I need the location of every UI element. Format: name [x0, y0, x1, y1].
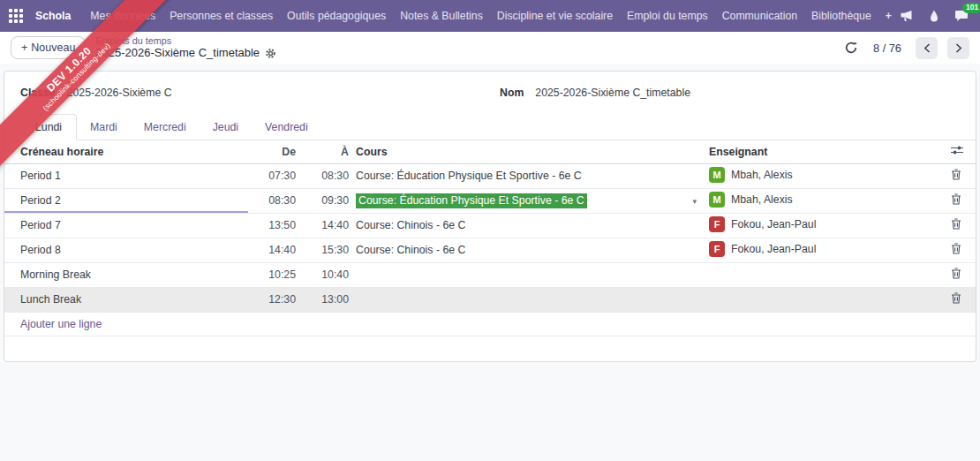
- timeslot-cell[interactable]: Period 1: [4, 163, 248, 188]
- teacher-cell[interactable]: FFokou, Jean-Paul: [702, 213, 931, 238]
- new-button-label: Nouveau: [31, 42, 75, 54]
- tab-mercredi[interactable]: Mercredi: [131, 115, 200, 140]
- timeslot-cell[interactable]: Period 8: [4, 238, 248, 262]
- teacher-cell[interactable]: FFokou, Jean-Paul: [702, 238, 931, 262]
- tab-mardi[interactable]: Mardi: [77, 115, 131, 140]
- teacher-cell[interactable]: MMbah, Alexis: [702, 188, 931, 213]
- droplet-icon[interactable]: [926, 8, 942, 24]
- column-header-teacher[interactable]: Enseignant: [702, 140, 931, 163]
- messages-count-badge: 101: [962, 3, 980, 13]
- menu-more-plus[interactable]: +: [878, 1, 899, 31]
- add-line-row: Ajouter une ligne: [4, 312, 976, 336]
- table-row-period-2[interactable]: Period 2 08:30 09:30 ▾Course: Éducation …: [4, 188, 976, 213]
- timeslot-cell[interactable]: Morning Break: [4, 262, 248, 287]
- dropdown-caret-icon[interactable]: ▾: [692, 197, 697, 206]
- content-area: Classe 2025-2026-Sixième C Nom 2025-2026…: [0, 64, 980, 369]
- from-time-cell[interactable]: 14:40: [248, 238, 296, 262]
- to-time-cell[interactable]: 14:40: [296, 213, 349, 238]
- breadcrumb-parent-link[interactable]: Emplois du temps: [95, 35, 276, 46]
- to-time-cell[interactable]: 15:30: [296, 238, 349, 262]
- teacher-avatar: M: [709, 167, 725, 183]
- menu-emploi-du-temps[interactable]: Emploi du temps: [620, 1, 715, 31]
- table-row-lunch-break[interactable]: Lunch Break 12:30 13:00: [4, 287, 976, 312]
- delete-row-icon[interactable]: [951, 193, 961, 205]
- from-time-cell[interactable]: 08:30: [248, 188, 296, 213]
- classe-field-group: Classe 2025-2026-Sixième C: [20, 87, 500, 99]
- teacher-avatar: F: [709, 216, 725, 232]
- nom-label: Nom: [500, 87, 524, 99]
- teacher-avatar: F: [709, 241, 725, 257]
- course-cell[interactable]: Course: Chinois - 6e C: [349, 213, 702, 238]
- messages-icon[interactable]: 101: [954, 8, 969, 24]
- table-header-row: Créneau horaire De À Cours Enseignant: [4, 140, 976, 163]
- timeslot-cell[interactable]: Period 7: [4, 213, 248, 238]
- to-time-cell[interactable]: 13:00: [296, 287, 349, 312]
- menu-discipline-vie-scolaire[interactable]: Discipline et vie scolaire: [490, 1, 620, 31]
- menu-personnes-et-classes[interactable]: Personnes et classes: [162, 1, 280, 31]
- menu-mes-donnees[interactable]: Mes données: [83, 1, 162, 31]
- nom-field-group: Nom 2025-2026-Sixième C_timetable: [500, 87, 690, 99]
- teacher-cell[interactable]: [702, 262, 931, 287]
- course-cell[interactable]: [349, 287, 702, 312]
- add-line-link[interactable]: Ajouter une ligne: [4, 318, 102, 330]
- table-row-period-1[interactable]: Period 1 07:30 08:30 Course: Éducation P…: [4, 163, 976, 188]
- classe-value-field[interactable]: 2025-2026-Sixième C: [67, 87, 172, 99]
- menu-bibliotheque[interactable]: Bibliothèque: [804, 1, 878, 31]
- column-header-to[interactable]: À: [296, 140, 349, 163]
- plus-icon: +: [21, 42, 27, 54]
- column-header-course[interactable]: Cours: [349, 140, 702, 163]
- delete-row-icon[interactable]: [951, 268, 961, 279]
- app-name[interactable]: Schola: [35, 10, 71, 22]
- pager-previous-button[interactable]: [916, 37, 938, 59]
- selected-course-text[interactable]: Course: Éducation Physique Et Sportive -…: [356, 193, 587, 208]
- course-cell[interactable]: [349, 262, 702, 287]
- menu-outils-pedagogiques[interactable]: Outils pédagogiques: [280, 1, 393, 31]
- delete-row-icon[interactable]: [951, 292, 961, 304]
- weekday-tabs: Lundi Mardi Mercredi Jeudi Vendredi: [4, 114, 976, 140]
- from-time-cell[interactable]: 12:30: [248, 287, 296, 312]
- delete-row-icon[interactable]: [951, 243, 961, 254]
- tab-jeudi[interactable]: Jeudi: [200, 115, 252, 140]
- announcement-megaphone-icon[interactable]: [899, 8, 915, 24]
- tab-lundi[interactable]: Lundi: [20, 114, 77, 140]
- top-navbar: Schola Mes données Personnes et classes …: [0, 0, 980, 32]
- table-row-period-7[interactable]: Period 7 13:50 14:40 Course: Chinois - 6…: [4, 213, 976, 238]
- apps-grid-icon[interactable]: [9, 9, 23, 23]
- pager-next-button[interactable]: [947, 37, 969, 59]
- to-time-cell[interactable]: 10:40: [296, 262, 349, 287]
- to-time-cell[interactable]: 09:30: [296, 188, 349, 213]
- breadcrumb: Emplois du temps 2025-2026-Sixième C_tim…: [95, 35, 276, 59]
- timetable-list: Créneau horaire De À Cours Enseignant Pe…: [4, 140, 976, 336]
- menu-notes-bulletins[interactable]: Notes & Bulletins: [393, 1, 490, 31]
- delete-row-icon[interactable]: [951, 169, 961, 180]
- course-cell-editing[interactable]: ▾Course: Éducation Physique Et Sportive …: [349, 188, 702, 213]
- refresh-icon[interactable]: [845, 42, 857, 54]
- form-fields-row: Classe 2025-2026-Sixième C Nom 2025-2026…: [4, 72, 976, 99]
- pager-counter: 8 / 76: [873, 42, 901, 55]
- adjust-columns-icon[interactable]: [951, 145, 963, 155]
- from-time-cell[interactable]: 07:30: [248, 163, 296, 188]
- to-time-cell[interactable]: 08:30: [296, 163, 349, 188]
- course-cell[interactable]: Course: Éducation Physique Et Sportive -…: [349, 163, 702, 188]
- column-header-from[interactable]: De: [248, 140, 296, 163]
- classe-label: Classe: [20, 87, 56, 99]
- from-time-cell[interactable]: 10:25: [248, 262, 296, 287]
- table-row-period-8[interactable]: Period 8 14:40 15:30 Course: Chinois - 6…: [4, 238, 976, 262]
- teacher-cell[interactable]: [702, 287, 931, 312]
- settings-gear-icon[interactable]: [265, 48, 276, 59]
- table-row-morning-break[interactable]: Morning Break 10:25 10:40: [4, 262, 976, 287]
- course-cell[interactable]: Course: Chinois - 6e C: [349, 238, 702, 262]
- teacher-avatar: M: [709, 192, 725, 208]
- tab-vendredi[interactable]: Vendredi: [252, 115, 321, 140]
- from-time-cell[interactable]: 13:50: [248, 213, 296, 238]
- column-header-timeslot[interactable]: Créneau horaire: [4, 140, 248, 163]
- delete-row-icon[interactable]: [951, 218, 961, 230]
- page-title: 2025-2026-Sixième C_timetable: [95, 47, 260, 60]
- timeslot-cell[interactable]: Lunch Break: [4, 287, 248, 312]
- new-record-button[interactable]: + Nouveau: [11, 36, 86, 59]
- menu-communication[interactable]: Communication: [715, 1, 804, 31]
- nom-value-field[interactable]: 2025-2026-Sixième C_timetable: [535, 87, 690, 99]
- timeslot-cell[interactable]: Period 2: [4, 188, 248, 213]
- teacher-cell[interactable]: MMbah, Alexis: [702, 163, 931, 188]
- control-panel: + Nouveau Emplois du temps 2025-2026-Six…: [0, 32, 980, 64]
